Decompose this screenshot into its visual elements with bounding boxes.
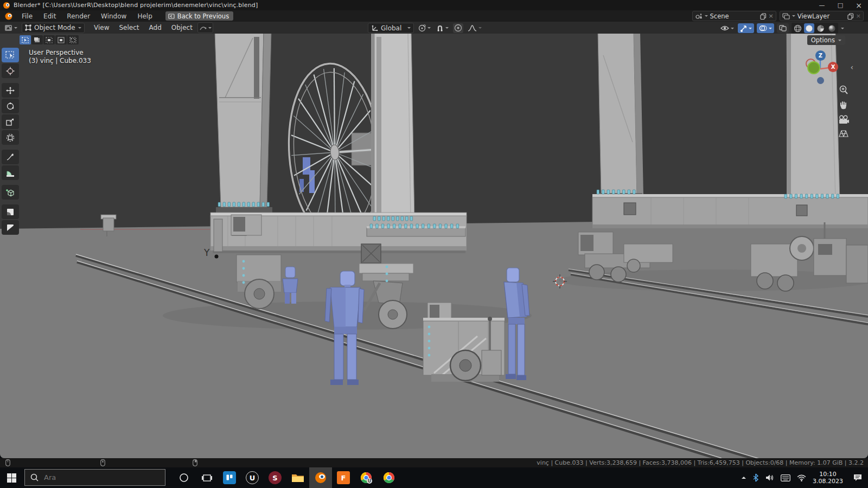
scene-selector[interactable]: Scene × xyxy=(692,11,776,21)
start-button[interactable] xyxy=(0,467,23,488)
taskbar-app-blender[interactable] xyxy=(309,467,332,488)
pivot-icon xyxy=(418,24,426,32)
tool-rotate[interactable] xyxy=(2,99,19,113)
tool-corner[interactable] xyxy=(2,204,19,219)
system-tray: 10:10 3.08.2023 xyxy=(742,467,868,488)
blender-topbar: File Edit Render Window Help Back to Pre… xyxy=(0,10,868,22)
options-button[interactable]: Options xyxy=(807,35,845,45)
close-button[interactable]: × xyxy=(850,0,868,10)
taskbar-app-trello[interactable] xyxy=(218,467,241,488)
tool-scale[interactable] xyxy=(2,114,19,129)
keyboard-layout-icon[interactable] xyxy=(781,474,790,481)
mode-dropdown[interactable]: Object Mode xyxy=(22,23,85,33)
pivot-point-dropdown[interactable] xyxy=(417,23,432,33)
action-center-icon[interactable] xyxy=(853,473,863,482)
mouse-right-icon xyxy=(193,459,197,466)
select-mode-extend[interactable] xyxy=(43,35,55,44)
cortana-button[interactable] xyxy=(173,467,195,488)
bluetooth-icon[interactable] xyxy=(752,473,759,482)
scene-chevron xyxy=(705,15,708,18)
falloff-dropdown[interactable] xyxy=(467,23,483,33)
clock-time: 10:10 xyxy=(813,471,843,478)
gizmo-z-ball[interactable]: Z xyxy=(815,50,826,61)
new-viewlayer-icon[interactable] xyxy=(847,13,854,20)
viewlayer-selector[interactable]: ViewLayer × xyxy=(780,11,864,21)
gizmo-y-ball[interactable] xyxy=(807,61,820,74)
options-chevron xyxy=(838,40,841,43)
visibility-dropdown[interactable] xyxy=(719,23,735,33)
select-mode-intersect[interactable] xyxy=(67,35,79,44)
maximize-button[interactable]: □ xyxy=(831,0,850,10)
taskbar-app-s[interactable]: S xyxy=(264,467,286,488)
menu-render[interactable]: Render xyxy=(61,10,95,22)
tool-select-box[interactable] xyxy=(2,48,19,62)
wifi-icon[interactable] xyxy=(797,474,806,481)
clock[interactable]: 10:10 3.08.2023 xyxy=(813,471,843,485)
tool-add-cube[interactable] xyxy=(2,185,19,200)
3d-viewport[interactable]: Y User Perspective (3) vinç | Cube.033 xyxy=(0,34,868,458)
gizmo-minus-z-ball[interactable] xyxy=(817,77,824,84)
proportional-edit-toggle[interactable] xyxy=(453,23,463,33)
menu-window[interactable]: Window xyxy=(95,10,132,22)
menu-viewport-view[interactable]: View xyxy=(89,24,114,31)
svg-text:U: U xyxy=(367,479,371,484)
shading-wireframe-button[interactable] xyxy=(793,23,803,33)
shading-dropdown-chevron[interactable] xyxy=(841,28,844,31)
remove-viewlayer-icon[interactable]: × xyxy=(856,12,861,20)
select-mode-subtract[interactable] xyxy=(55,35,67,44)
taskbar-app-explorer[interactable] xyxy=(286,467,309,488)
tray-expand-icon[interactable] xyxy=(742,474,746,479)
taskbar-app-unreal[interactable]: U xyxy=(241,467,264,488)
minimize-button[interactable]: — xyxy=(813,0,831,10)
overlays-toggle[interactable] xyxy=(757,23,774,33)
xray-toggle[interactable] xyxy=(777,23,789,33)
shading-solid-button[interactable] xyxy=(804,23,814,33)
sidebar-toggle-icon[interactable]: ‹ xyxy=(850,63,853,72)
menu-viewport-add[interactable]: Add xyxy=(144,24,167,31)
pan-hand-icon[interactable] xyxy=(838,100,849,111)
tool-shear[interactable] xyxy=(2,220,19,235)
orientation-dropdown[interactable]: Global xyxy=(368,23,414,33)
taskbar-app-chrome[interactable] xyxy=(378,467,400,488)
shading-material-button[interactable] xyxy=(815,23,826,33)
snap-toggle-group[interactable] xyxy=(435,23,450,33)
gizmo-arrow-icon xyxy=(740,25,747,32)
task-view-button[interactable] xyxy=(195,467,218,488)
toolbar xyxy=(2,48,19,235)
menu-help[interactable]: Help xyxy=(132,10,157,22)
menu-viewport-select[interactable]: Select xyxy=(114,24,144,31)
tool-settings-dropdown[interactable] xyxy=(197,22,213,33)
navigation-gizmo[interactable]: Z X xyxy=(802,49,841,88)
camera-view-icon[interactable] xyxy=(838,115,850,125)
tool-move[interactable] xyxy=(2,83,19,98)
taskbar-app-chrome-profile[interactable]: U xyxy=(355,467,378,488)
blender-logo-icon[interactable] xyxy=(4,12,13,20)
3d-scene[interactable]: Y xyxy=(0,34,868,458)
mouse-middle-icon xyxy=(100,459,105,466)
menu-file[interactable]: File xyxy=(16,10,38,22)
gizmos-toggle[interactable] xyxy=(738,23,754,33)
taskbar-app-f[interactable]: F xyxy=(332,467,355,488)
toggle-perspective-icon[interactable] xyxy=(838,129,849,138)
back-screen-icon xyxy=(168,14,175,19)
taskbar-search[interactable] xyxy=(24,469,165,486)
zoom-icon[interactable] xyxy=(838,85,849,95)
gizmo-x-ball[interactable]: X xyxy=(828,62,838,72)
search-input[interactable] xyxy=(43,473,154,482)
tool-annotate[interactable] xyxy=(2,150,19,164)
new-scene-icon[interactable] xyxy=(760,13,767,20)
tool-measure[interactable] xyxy=(2,165,19,180)
volume-icon[interactable] xyxy=(765,474,774,481)
select-mode-box[interactable] xyxy=(31,35,43,44)
tool-transform[interactable] xyxy=(2,130,19,145)
menu-edit[interactable]: Edit xyxy=(38,10,61,22)
shading-rendered-button[interactable] xyxy=(827,23,837,33)
menu-viewport-object[interactable]: Object xyxy=(167,24,197,31)
tool-cursor[interactable] xyxy=(2,63,19,78)
select-mode-tweak[interactable] xyxy=(20,35,31,44)
editor-type-button[interactable] xyxy=(3,23,18,33)
windows-taskbar: U S F U xyxy=(0,467,868,488)
task-view-icon xyxy=(202,473,212,483)
unlink-scene-icon[interactable]: × xyxy=(769,12,774,20)
back-to-previous-button[interactable]: Back to Previous xyxy=(165,11,233,21)
